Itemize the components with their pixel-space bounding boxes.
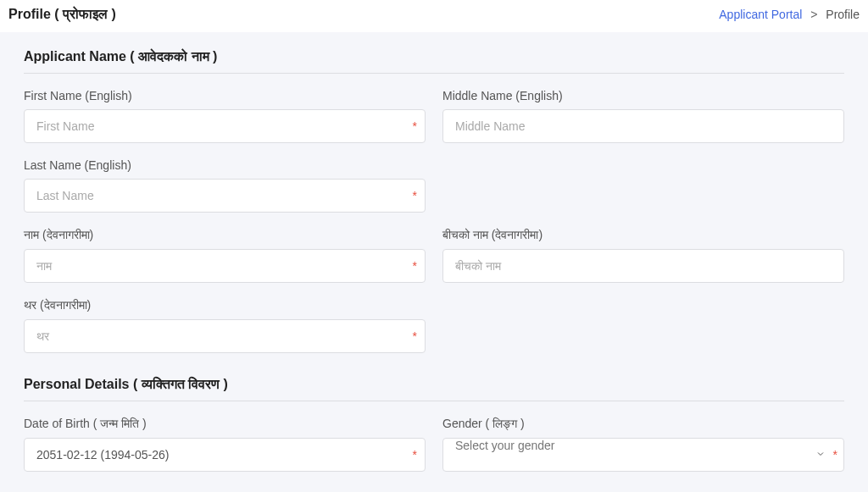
field-first-name-en: First Name (English) * <box>24 89 426 143</box>
label-first-name-en: First Name (English) <box>24 89 426 102</box>
breadcrumb: Applicant Portal > Profile <box>719 8 860 21</box>
field-middle-dev: बीचको नाम (देवनागरीमा) <box>442 228 844 283</box>
select-gender[interactable]: Select your gender <box>442 438 844 472</box>
section-title-applicant-name: Applicant Name ( आवेदकको नाम ) <box>24 49 844 74</box>
label-gender: Gender ( लिङ्ग ) <box>442 417 844 431</box>
section-applicant-name: Applicant Name ( आवेदकको नाम ) First Nam… <box>24 49 844 353</box>
field-dob: Date of Birth ( जन्म मिति ) * <box>24 417 426 472</box>
page-header: Profile ( प्रोफाइल ) Applicant Portal > … <box>0 0 868 32</box>
input-first-name-en[interactable] <box>24 109 426 143</box>
field-gender: Gender ( लिङ्ग ) Select your gender * <box>442 417 844 472</box>
label-name-dev: नाम (देवनागरीमा) <box>24 228 426 242</box>
label-surname-dev: थर (देवनागरीमा) <box>24 298 426 312</box>
breadcrumb-current: Profile <box>826 8 860 21</box>
input-name-dev[interactable] <box>24 249 426 283</box>
personal-details-grid: Date of Birth ( जन्म मिति ) * Gender ( ल… <box>24 417 844 472</box>
breadcrumb-separator: > <box>810 8 817 21</box>
label-last-name-en: Last Name (English) <box>24 158 426 172</box>
label-middle-dev: बीचको नाम (देवनागरीमा) <box>442 228 844 242</box>
label-middle-name-en: Middle Name (English) <box>442 89 844 102</box>
field-name-dev: नाम (देवनागरीमा) * <box>24 228 426 283</box>
page-title: Profile ( प्रोफाइल ) <box>8 7 116 22</box>
section-title-personal-details: Personal Details ( व्यक्तिगत विवरण ) <box>24 377 844 401</box>
section-personal-details: Personal Details ( व्यक्तिगत विवरण ) Dat… <box>24 377 844 472</box>
breadcrumb-link-applicant-portal[interactable]: Applicant Portal <box>719 8 802 21</box>
content-area: Applicant Name ( आवेदकको नाम ) First Nam… <box>0 32 868 472</box>
input-middle-name-en[interactable] <box>442 109 844 143</box>
input-surname-dev[interactable] <box>24 319 426 353</box>
applicant-name-grid: First Name (English) * Middle Name (Engl… <box>24 89 844 353</box>
field-surname-dev: थर (देवनागरीमा) * <box>24 298 426 353</box>
field-middle-name-en: Middle Name (English) <box>442 89 844 143</box>
input-middle-dev[interactable] <box>442 249 844 283</box>
label-dob: Date of Birth ( जन्म मिति ) <box>24 417 426 431</box>
input-last-name-en[interactable] <box>24 179 426 213</box>
input-dob[interactable] <box>24 438 426 472</box>
field-last-name-en: Last Name (English) * <box>24 158 426 213</box>
